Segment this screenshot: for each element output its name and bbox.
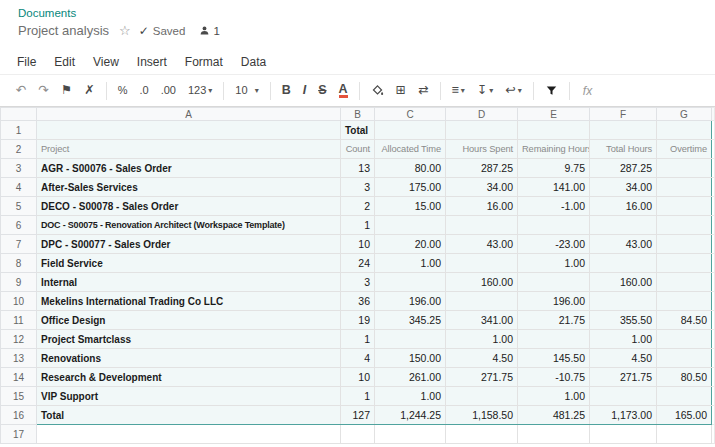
row-header-3[interactable]: 3 [1, 159, 37, 178]
cell-D8[interactable] [446, 254, 518, 273]
cell-A7[interactable]: DPC - S00077 - Sales Order [37, 235, 341, 254]
text-color-button[interactable]: A [339, 83, 348, 99]
cell-A14[interactable]: Research & Development [37, 368, 341, 387]
cell-G15[interactable] [657, 387, 712, 406]
filter-icon[interactable] [540, 83, 563, 99]
cell-D11[interactable]: 341.00 [446, 311, 518, 330]
cell-D13[interactable]: 4.50 [446, 349, 518, 368]
cell-C11[interactable]: 345.25 [375, 311, 446, 330]
cell-D16[interactable]: 1,158.50 [446, 406, 518, 425]
cell-F8[interactable] [590, 254, 657, 273]
cell-A3[interactable]: AGR - S00076 - Sales Order [37, 159, 341, 178]
cell-E8[interactable]: 1.00 [518, 254, 590, 273]
cell-A1[interactable] [37, 121, 341, 140]
menu-file[interactable]: File [8, 52, 45, 72]
cell-A11[interactable]: Office Design [37, 311, 341, 330]
cell-E9[interactable] [518, 273, 590, 292]
column-header-F[interactable]: F [590, 108, 657, 121]
cell-G8[interactable] [657, 254, 712, 273]
cell-A2[interactable]: Project [37, 140, 341, 159]
text-wrap-button[interactable]: ↩▾ [500, 82, 527, 99]
cell-F2[interactable]: Total Hours [590, 140, 657, 159]
cell-F9[interactable]: 160.00 [590, 273, 657, 292]
row-header-12[interactable]: 12 [1, 330, 37, 349]
cell-G6[interactable] [657, 216, 712, 235]
decrease-decimal-button[interactable]: .0 [134, 83, 153, 98]
cell-G12[interactable] [657, 330, 712, 349]
cell-A9[interactable]: Internal [37, 273, 341, 292]
cell-E3[interactable]: 9.75 [518, 159, 590, 178]
cell-F6[interactable] [590, 216, 657, 235]
cell-F15[interactable] [590, 387, 657, 406]
favorite-star-icon[interactable]: ☆ [119, 23, 131, 38]
cell-E14[interactable]: -10.75 [518, 368, 590, 387]
cell-D4[interactable]: 34.00 [446, 178, 518, 197]
cell-A10[interactable]: Mekelins International Trading Co LLC [37, 292, 341, 311]
cell-F11[interactable]: 355.50 [590, 311, 657, 330]
row-header-9[interactable]: 9 [1, 273, 37, 292]
cell-G11[interactable]: 84.50 [657, 311, 712, 330]
cell-E15[interactable]: 1.00 [518, 387, 590, 406]
cell-E16[interactable]: 481.25 [518, 406, 590, 425]
cell-D15[interactable] [446, 387, 518, 406]
cell-G2[interactable]: Overtime [657, 140, 712, 159]
clear-format-icon[interactable]: ✗ [79, 82, 99, 99]
cell-E5[interactable]: -1.00 [518, 197, 590, 216]
cell-B17[interactable] [341, 425, 375, 444]
cell-B10[interactable]: 36 [341, 292, 375, 311]
row-header-10[interactable]: 10 [1, 292, 37, 311]
cell-C15[interactable]: 1.00 [375, 387, 446, 406]
cell-F1[interactable] [590, 121, 657, 140]
cell-D3[interactable]: 287.25 [446, 159, 518, 178]
bold-button[interactable]: B [277, 82, 296, 99]
cell-C13[interactable]: 150.00 [375, 349, 446, 368]
cell-A16[interactable]: Total [37, 406, 341, 425]
cell-D1[interactable] [446, 121, 518, 140]
format-percent-button[interactable]: % [113, 83, 133, 98]
cell-B2[interactable]: Count [341, 140, 375, 159]
cell-B11[interactable]: 19 [341, 311, 375, 330]
number-format-button[interactable]: 123▾ [183, 83, 217, 98]
menu-format[interactable]: Format [176, 52, 232, 72]
cell-F10[interactable] [590, 292, 657, 311]
cell-E13[interactable]: 145.50 [518, 349, 590, 368]
cell-B14[interactable]: 10 [341, 368, 375, 387]
row-header-6[interactable]: 6 [1, 216, 37, 235]
cell-F14[interactable]: 271.75 [590, 368, 657, 387]
cell-E10[interactable]: 196.00 [518, 292, 590, 311]
breadcrumb-documents[interactable]: Documents [18, 7, 715, 19]
cell-F12[interactable]: 1.00 [590, 330, 657, 349]
cell-G3[interactable] [657, 159, 712, 178]
cell-G13[interactable] [657, 349, 712, 368]
row-header-7[interactable]: 7 [1, 235, 37, 254]
row-header-2[interactable]: 2 [1, 140, 37, 159]
cell-G17[interactable] [657, 425, 712, 444]
cell-D7[interactable]: 43.00 [446, 235, 518, 254]
cell-F3[interactable]: 287.25 [590, 159, 657, 178]
cell-G1[interactable] [657, 121, 712, 140]
row-header-15[interactable]: 15 [1, 387, 37, 406]
cell-E17[interactable] [518, 425, 590, 444]
column-header-G[interactable]: G [657, 108, 712, 121]
cell-D6[interactable] [446, 216, 518, 235]
cell-G4[interactable] [657, 178, 712, 197]
strikethrough-button[interactable]: S [313, 82, 331, 99]
cell-A6[interactable]: DOC - S00075 - Renovation Architect (Wor… [37, 216, 341, 235]
cell-G7[interactable] [657, 235, 712, 254]
borders-icon[interactable]: ⊞ [391, 82, 411, 99]
column-header-A[interactable]: A [37, 108, 341, 121]
column-header-E[interactable]: E [518, 108, 590, 121]
cell-C7[interactable]: 20.00 [375, 235, 446, 254]
redo-icon[interactable]: ↷ [33, 82, 53, 99]
cell-A12[interactable]: Project Smartclass [37, 330, 341, 349]
cell-B4[interactable]: 3 [341, 178, 375, 197]
cell-D2[interactable]: Hours Spent [446, 140, 518, 159]
cell-B8[interactable]: 24 [341, 254, 375, 273]
cell-A4[interactable]: After-Sales Services [37, 178, 341, 197]
menu-edit[interactable]: Edit [45, 52, 84, 72]
row-header-17[interactable]: 17 [1, 425, 37, 444]
cell-G10[interactable] [657, 292, 712, 311]
cell-B7[interactable]: 10 [341, 235, 375, 254]
column-header-B[interactable]: B [341, 108, 375, 121]
italic-button[interactable]: I [298, 82, 311, 99]
